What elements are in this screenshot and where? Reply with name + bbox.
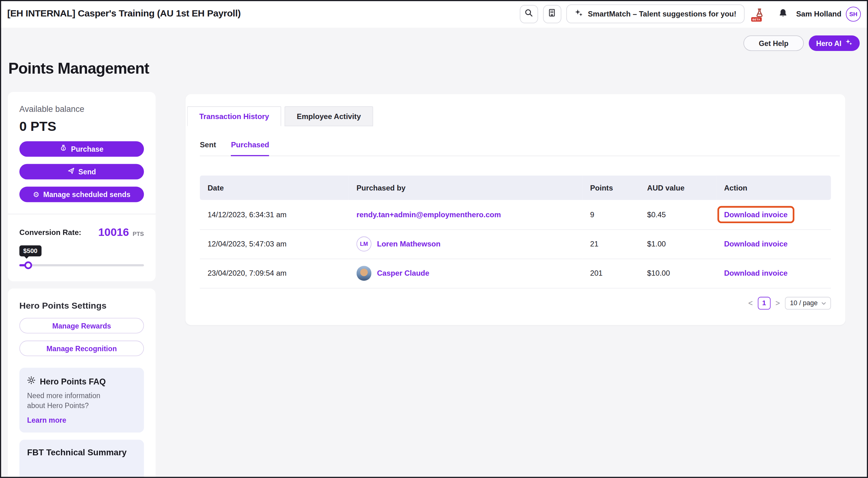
sidebar: Available balance 0 PTS Purchase Send	[8, 92, 156, 478]
manage-scheduled-sends-button[interactable]: ⚙ Manage scheduled sends	[19, 187, 144, 202]
get-help-button[interactable]: Get Help	[743, 35, 804, 51]
manage-rewards-button[interactable]: Manage Rewards	[19, 318, 144, 333]
slider-track[interactable]	[19, 264, 144, 266]
cell-aud-value: $0.45	[639, 200, 716, 229]
purchaser-link[interactable]: Loren Mathewson	[377, 240, 440, 248]
app-window: [EH INTERNAL] Casper's Training (AU 1st …	[0, 0, 868, 478]
table-row: 14/12/2023, 6:34:31 am rendy.tan+admin@e…	[200, 200, 831, 229]
table-header-row: Date Purchased by Points AUD value Actio…	[200, 176, 831, 200]
subtab-sent[interactable]: Sent	[200, 141, 216, 156]
faq-title-row: Hero Points FAQ	[27, 376, 136, 386]
sun-icon	[27, 376, 35, 386]
available-balance-label: Available balance	[19, 104, 144, 114]
cell-date: 12/04/2023, 5:47:03 am	[200, 229, 348, 259]
smartmatch-label: SmartMatch – Talent suggestions for you!	[588, 10, 736, 18]
conversion-rate-row: Conversion Rate: 10016 PTS	[19, 226, 144, 239]
fbt-panel: FBT Technical Summary	[19, 440, 144, 478]
user-avatar: SH	[846, 6, 861, 21]
current-page-button[interactable]: 1	[758, 297, 770, 309]
col-header-aud-value: AUD value	[639, 176, 716, 200]
download-invoice-link[interactable]: Download invoice	[724, 210, 788, 219]
hero-ai-button[interactable]: Hero AI	[809, 35, 860, 51]
search-icon	[524, 8, 533, 20]
notifications-button[interactable]	[774, 5, 791, 23]
org-title: [EH INTERNAL] Casper's Training (AU 1st …	[7, 8, 241, 20]
purchaser-link[interactable]: rendy.tan+admin@employmenthero.com	[356, 210, 501, 219]
balance-card: Available balance 0 PTS Purchase Send	[8, 92, 156, 281]
chevron-down-icon	[822, 299, 826, 307]
conversion-rate-unit: PTS	[133, 230, 144, 237]
user-name: Sam Holland	[796, 10, 842, 18]
send-icon	[67, 167, 74, 176]
gear-icon: ⚙	[33, 191, 39, 198]
sparkle-icon	[845, 39, 852, 48]
download-invoice-link[interactable]: Download invoice	[724, 240, 788, 248]
cell-date: 14/12/2023, 6:34:31 am	[200, 200, 348, 229]
slider-tooltip: $500	[19, 245, 41, 257]
avatar-initials: LM	[356, 237, 372, 251]
col-header-date: Date	[200, 176, 348, 200]
conversion-rate-label: Conversion Rate:	[19, 228, 81, 237]
main-tabs: Transaction History Employee Activity	[187, 106, 845, 126]
conversion-rate-value: 10016	[98, 226, 129, 238]
subtab-purchased[interactable]: Purchased	[231, 141, 269, 156]
settings-title: Hero Points Settings	[19, 301, 144, 311]
slider-tooltip-wrap: $500	[19, 245, 144, 257]
sparkles-icon	[575, 9, 583, 19]
avatar-photo	[356, 266, 372, 281]
next-page-button[interactable]: >	[775, 298, 780, 307]
manage-recognition-button[interactable]: Manage Recognition	[19, 340, 144, 356]
organisation-button[interactable]	[543, 5, 561, 23]
top-bar-actions: SmartMatch – Talent suggestions for you!…	[520, 4, 861, 23]
transactions-table: Date Purchased by Points AUD value Actio…	[200, 176, 831, 289]
send-button[interactable]: Send	[19, 164, 144, 179]
search-button[interactable]	[520, 5, 538, 23]
col-header-purchased-by: Purchased by	[349, 176, 583, 200]
smartmatch-banner-button[interactable]: SmartMatch – Talent suggestions for you!	[566, 4, 745, 23]
download-invoice-link[interactable]: Download invoice	[724, 269, 788, 277]
available-balance-value: 0 PTS	[19, 118, 144, 134]
top-bar: [EH INTERNAL] Casper's Training (AU 1st …	[0, 0, 868, 28]
page-size-select[interactable]: 10 / page	[785, 297, 831, 309]
hero-ai-label: Hero AI	[816, 39, 842, 48]
tab-employee-activity[interactable]: Employee Activity	[285, 106, 373, 126]
cell-aud-value: $1.00	[639, 229, 716, 259]
cell-aud-value: $10.00	[639, 259, 716, 288]
bell-icon	[778, 8, 787, 20]
conversion-rate-value-group: 10016 PTS	[98, 226, 144, 239]
pagination: < 1 > 10 / page	[200, 297, 831, 309]
purchaser-link[interactable]: Casper Claude	[377, 269, 429, 277]
prev-page-button[interactable]: <	[748, 298, 753, 307]
purchase-button[interactable]: Purchase	[19, 141, 144, 157]
send-label: Send	[78, 168, 96, 176]
cell-date: 23/04/2020, 7:09:54 am	[200, 259, 348, 288]
user-menu[interactable]: Sam Holland SH	[796, 6, 861, 21]
help-actions: Get Help Hero AI	[743, 35, 860, 51]
building-icon	[548, 8, 557, 20]
faq-body: Need more information about Hero Points?	[27, 391, 116, 412]
faq-learn-more-link[interactable]: Learn more	[27, 416, 136, 424]
divider	[8, 214, 156, 214]
beta-features-button[interactable]: BETA	[750, 5, 770, 23]
cell-points: 21	[583, 229, 640, 259]
slider-thumb[interactable]	[24, 261, 32, 269]
page-size-value: 10 / page	[790, 299, 818, 307]
conversion-slider[interactable]	[19, 261, 144, 269]
table-row: 12/04/2023, 5:47:03 am LM Loren Mathewso…	[200, 229, 831, 259]
manage-scheduled-sends-label: Manage scheduled sends	[43, 190, 130, 199]
hero-points-settings-card: Hero Points Settings Manage Rewards Mana…	[8, 289, 156, 478]
beta-badge: BETA	[751, 17, 762, 21]
cell-points: 9	[583, 200, 640, 229]
purchase-label: Purchase	[71, 145, 103, 153]
faq-panel: Hero Points FAQ Need more information ab…	[19, 368, 144, 432]
tab-transaction-history[interactable]: Transaction History	[187, 106, 281, 126]
col-header-action: Action	[716, 176, 831, 200]
cell-points: 201	[583, 259, 640, 288]
col-header-points: Points	[583, 176, 640, 200]
faq-title: Hero Points FAQ	[40, 377, 105, 386]
purchaser-cell: LM Loren Mathewson	[356, 237, 583, 251]
table-row: 23/04/2020, 7:09:54 am Casper Claude 201…	[200, 259, 831, 288]
transactions-card: Transaction History Employee Activity Se…	[185, 94, 845, 325]
sub-tabs: Sent Purchased	[200, 141, 840, 156]
highlight-annotation: Download invoice	[717, 206, 794, 223]
